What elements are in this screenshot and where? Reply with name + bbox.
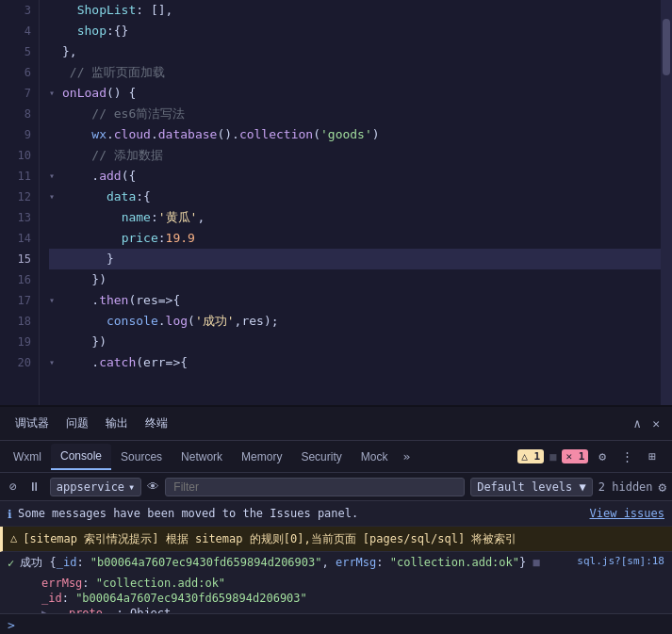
code-line-8: // es6简洁写法 [49, 104, 661, 124]
log-message-success: ✓ 成功 {_id: "b00064a7607ec9430fd659894d20… [0, 552, 672, 613]
tab-network[interactable]: Network [172, 445, 232, 469]
fold-arrow-20[interactable]: ▾ [49, 352, 62, 373]
toolbar-label-output[interactable]: 输出 [98, 412, 136, 435]
tab-mock[interactable]: Mock [352, 445, 398, 469]
fold-arrow-12[interactable]: ▾ [49, 187, 62, 207]
line-number: 19 [8, 332, 31, 352]
line-number: 16 [8, 269, 31, 290]
code-line-16: }) [49, 269, 661, 290]
fold-arrow-7[interactable]: ▾ [49, 83, 62, 104]
warn-message: △ [sitemap 索引情况提示] 根据 sitemap 的规则[0],当前页… [0, 527, 672, 552]
prop-proto[interactable]: ▶ __proto__: Object [41, 606, 664, 613]
square-expand-icon[interactable]: ■ [533, 556, 540, 569]
fold-arrow-11[interactable]: ▾ [49, 166, 62, 187]
console-input[interactable] [21, 618, 664, 632]
info-icon: ℹ [8, 508, 12, 521]
code-content[interactable]: ShopList: [], shop:{} }, // 监听页面加载 ▾ onL… [40, 0, 661, 405]
code-line-9: wx.cloud.database().collection('goods') [49, 124, 661, 145]
fold-arrow[interactable] [49, 0, 62, 21]
tab-more-icon[interactable]: » [397, 446, 416, 467]
eye-toggle-icon[interactable]: 👁 [147, 480, 159, 494]
code-line-13: name:'黄瓜', [49, 207, 661, 228]
tab-badges: △ 1 ■ ✕ 1 ⚙ ⋮ ⊞ [517, 447, 668, 466]
info-message: ℹ Some messages have been moved to the I… [0, 501, 672, 527]
tab-sources[interactable]: Sources [111, 445, 172, 469]
info-text: Some messages have been moved to the Iss… [18, 505, 584, 522]
close-icon[interactable]: ✕ [647, 414, 664, 433]
toolbar-label-issues[interactable]: 问题 [58, 412, 96, 435]
code-line-19: }) [49, 332, 661, 352]
code-line-18: console.log('成功',res); [49, 311, 661, 332]
console-filter-bar: ⊘ ⏸ appservice ▾ 👁 Default levels ▼ 2 hi… [0, 473, 672, 501]
line-number: 9 [8, 124, 31, 145]
settings-gear-icon[interactable]: ⚙ [594, 447, 611, 466]
service-selector[interactable]: appservice ▾ [50, 478, 141, 496]
line-number: 3 [8, 0, 31, 21]
more-options-icon[interactable]: ⋮ [616, 447, 638, 466]
line-number: 5 [8, 41, 31, 62]
code-line-10: // 添加数据 [49, 145, 661, 166]
line-numbers-gutter: 3 4 5 6 7 8 9 10 11 12 13 14 15 16 17 18… [0, 0, 40, 405]
collapse-icon[interactable]: ∧ [629, 414, 646, 433]
code-line-12: ▾ data:{ [49, 187, 661, 207]
level-selector[interactable]: Default levels ▼ [470, 478, 593, 496]
editor-area: 3 4 5 6 7 8 9 10 11 12 13 14 15 16 17 18… [0, 0, 672, 405]
line-number: 6 [8, 62, 31, 83]
console-prompt-icon: > [8, 618, 15, 632]
pause-icon[interactable]: ⏸ [25, 478, 44, 496]
log-object-preview[interactable]: {_id: "b00064a7607ec9430fd659894d206903"… [49, 556, 526, 569]
warn-text: [sitemap 索引情况提示] 根据 sitemap 的规则[0],当前页面 … [23, 530, 664, 547]
sep: ■ [549, 450, 556, 463]
line-number: 13 [8, 207, 31, 228]
err-badge: ✕ 1 [562, 449, 588, 463]
prop-id: _id: "b00064a7607ec9430fd659894d206903" [41, 591, 664, 606]
tab-security[interactable]: Security [291, 445, 351, 469]
log-header-row: ✓ 成功 {_id: "b00064a7607ec9430fd659894d20… [0, 552, 672, 574]
log-source-link[interactable]: sql.js?[sm]:18 [577, 555, 664, 567]
line-number: 17 [8, 290, 31, 311]
tab-memory[interactable]: Memory [232, 445, 291, 469]
dropdown-arrow-icon: ▾ [128, 480, 135, 494]
code-line-15: } [49, 249, 661, 269]
scrollbar-thumb[interactable] [663, 19, 670, 75]
fold-arrow-17[interactable]: ▾ [49, 290, 62, 311]
proto-expand-icon: ▶ [41, 607, 48, 613]
line-number: 14 [8, 228, 31, 249]
prop-errMsg: errMsg: "collection.add:ok" [41, 576, 664, 591]
line-number: 15 [8, 249, 31, 269]
console-settings-icon[interactable]: ⚙ [659, 480, 666, 495]
line-number: 10 [8, 145, 31, 166]
tab-console[interactable]: Console [51, 444, 111, 470]
line-number: 4 [8, 21, 31, 41]
code-line-20: ▾ .catch(err=>{ [49, 352, 661, 373]
code-line-11: ▾ .add({ [49, 166, 661, 187]
dock-icon[interactable]: ⊞ [644, 447, 661, 466]
line-number: 8 [8, 104, 31, 124]
code-line-3: ShopList: [], [49, 0, 661, 21]
line-number: 18 [8, 311, 31, 332]
toolbar-label-terminal[interactable]: 终端 [138, 412, 175, 435]
app-container: 3 4 5 6 7 8 9 10 11 12 13 14 15 16 17 18… [0, 0, 672, 634]
toolbar-label-debugger[interactable]: 调试器 [8, 412, 57, 435]
editor-scrollbar[interactable] [661, 0, 672, 405]
service-label: appservice [57, 480, 124, 494]
line-number: 11 [8, 166, 31, 187]
devtools-toolbar: 调试器 问题 输出 终端 ∧ ✕ [0, 407, 672, 441]
code-line-14: price:19.9 [49, 228, 661, 249]
code-line-5: }, [49, 41, 661, 62]
line-number: 20 [8, 352, 31, 373]
devtools-tabs: Wxml Console Sources Network Memory Secu… [0, 441, 672, 473]
success-checkmark-icon: ✓ [8, 557, 14, 570]
devtools-panel: 调试器 问题 输出 终端 ∧ ✕ Wxml Console Sources Ne… [0, 405, 672, 634]
filter-input[interactable] [165, 478, 465, 496]
filter-icons: ⊘ ⏸ [6, 478, 44, 496]
tab-wxml[interactable]: Wxml [4, 445, 51, 469]
view-issues-link[interactable]: View issues [590, 507, 664, 520]
warn-icon: △ [10, 531, 17, 545]
console-output[interactable]: ℹ Some messages have been moved to the I… [0, 501, 672, 613]
code-line-6: // 监听页面加载 [49, 62, 661, 83]
no-entry-icon[interactable]: ⊘ [6, 478, 21, 496]
bottom-input-bar: > [0, 613, 672, 634]
warn-badge: △ 1 [517, 449, 544, 463]
log-success-text: 成功 {_id: "b00064a7607ec9430fd659894d2069… [20, 555, 571, 571]
